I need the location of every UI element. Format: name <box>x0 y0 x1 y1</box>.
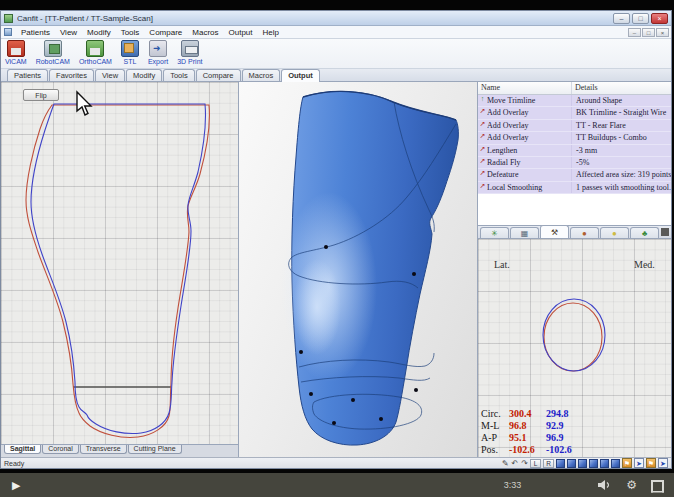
tab-tools[interactable]: Tools <box>163 69 195 81</box>
pencil-icon[interactable]: ✎ <box>502 459 509 468</box>
tab-sagittal[interactable]: Sagittal <box>4 445 41 454</box>
cross-section-canvas[interactable]: Lat. Med. Circ. 300.4 294.8 M-L <box>478 239 671 457</box>
mdi-restore-button[interactable]: □ <box>642 28 655 37</box>
export-button[interactable]: Export <box>148 40 168 65</box>
column-details[interactable]: Details <box>572 82 671 94</box>
tab-box-icon[interactable]: ▦ <box>510 227 539 238</box>
fullscreen-icon[interactable] <box>651 480 662 491</box>
tab-favorites[interactable]: Favorites <box>49 69 94 81</box>
view-cube-bottom-icon[interactable] <box>611 459 620 468</box>
menu-view[interactable]: View <box>55 27 82 38</box>
op-details: BK Trimline - Straight Wire <box>572 107 671 118</box>
measure-red-value: 96.8 <box>509 420 546 432</box>
stl-icon <box>121 40 139 57</box>
canfit-window: Canfit - [TT-Patient / TT-Sample-Scan] –… <box>0 10 672 469</box>
video-timestamp: 3:33 <box>504 480 522 490</box>
menu-help[interactable]: Help <box>258 27 284 38</box>
tabstrip-more-button[interactable] <box>661 228 669 236</box>
op-icon: ↗ <box>478 107 487 118</box>
close-button[interactable]: × <box>651 13 668 24</box>
op-row-radial-fly[interactable]: ↗ Radial Fly -5% <box>478 157 671 169</box>
measure-label: M-L <box>481 420 509 432</box>
tab-patients[interactable]: Patients <box>7 69 48 81</box>
op-row-add-overlay-2[interactable]: ↗ Add Overlay TT - Rear Flare <box>478 120 671 132</box>
tab-transverse[interactable]: Transverse <box>80 445 127 454</box>
tab-foam-icon[interactable]: ● <box>600 227 629 238</box>
measure-red-value: 300.4 <box>509 408 546 420</box>
tab-cutting-plane[interactable]: Cutting Plane <box>128 445 182 454</box>
minimize-button[interactable]: – <box>613 13 630 24</box>
menu-macros[interactable]: Macros <box>187 27 223 38</box>
settings-icon[interactable]: ⚙ <box>626 478 637 492</box>
sagittal-pane: Flip Sagittal Coronal Transverse Cutting… <box>1 82 239 457</box>
column-name[interactable]: Name <box>478 82 572 94</box>
measure-label: A-P <box>481 432 509 444</box>
tab-plant-icon[interactable]: ♣ <box>630 227 659 238</box>
view-cube-left-icon[interactable] <box>578 459 587 468</box>
flag-tool-icon[interactable]: ⚑ <box>622 458 632 468</box>
tab-modify[interactable]: Modify <box>126 69 162 81</box>
tab-output[interactable]: Output <box>281 69 320 82</box>
measure-label: Circ. <box>481 408 509 420</box>
socket-model <box>239 82 478 452</box>
right-side-button[interactable]: R <box>543 459 554 468</box>
measure-red-value: -102.6 <box>509 444 546 456</box>
orthocam-label: OrthoCAM <box>79 58 112 65</box>
tab-compare[interactable]: Compare <box>196 69 241 81</box>
flag-tool-2-icon[interactable]: ⚑ <box>646 458 656 468</box>
undo-icon[interactable]: ↶ <box>512 459 519 468</box>
tab-hammer-icon[interactable]: ⚒ <box>540 225 569 238</box>
left-side-button[interactable]: L <box>530 459 541 468</box>
tab-macros[interactable]: Macros <box>242 69 281 81</box>
sagittal-canvas[interactable]: Flip <box>1 82 238 444</box>
volume-icon[interactable] <box>597 479 612 491</box>
mdi-minimize-button[interactable]: – <box>628 28 641 37</box>
export-label: Export <box>148 58 168 65</box>
play-button[interactable]: ▶ <box>12 479 20 492</box>
vicam-button[interactable]: ViCAM <box>5 40 27 65</box>
view-cube-front-icon[interactable] <box>556 459 565 468</box>
robotcam-button[interactable]: RobotCAM <box>36 40 70 65</box>
op-row-move-trimline[interactable]: ↑ Move Trimline Around Shape <box>478 95 671 107</box>
op-icon: ↗ <box>478 182 487 193</box>
op-name: Add Overlay <box>487 132 572 143</box>
redo-icon[interactable]: ↷ <box>521 459 528 468</box>
op-name: Lengthen <box>487 145 572 156</box>
op-icon: ↗ <box>478 169 487 180</box>
print3d-button[interactable]: 3D Print <box>177 40 202 65</box>
menu-output[interactable]: Output <box>224 27 258 38</box>
pointer-tool-2-icon[interactable]: ➤ <box>658 458 668 468</box>
op-row-lengthen[interactable]: ↗ Lengthen -3 mm <box>478 145 671 157</box>
toolbar: ViCAM RobotCAM OrthoCAM STL Export 3D Pr… <box>1 39 671 69</box>
maximize-button[interactable]: □ <box>632 13 649 24</box>
tab-clay-icon[interactable]: ● <box>570 227 599 238</box>
menu-patients[interactable]: Patients <box>16 27 55 38</box>
flip-button[interactable]: Flip <box>23 89 59 101</box>
view-cube-back-icon[interactable] <box>567 459 576 468</box>
op-icon: ↗ <box>478 132 487 143</box>
tab-view[interactable]: View <box>95 69 125 81</box>
view-cube-top-icon[interactable] <box>600 459 609 468</box>
robotcam-icon <box>44 40 62 57</box>
model-3d-canvas[interactable] <box>239 82 478 457</box>
menu-compare[interactable]: Compare <box>144 27 187 38</box>
orthocam-floppy-icon <box>86 40 104 57</box>
op-row-local-smoothing[interactable]: ↗ Local Smoothing 1 passes with smoothin… <box>478 182 671 194</box>
mdi-close-button[interactable]: × <box>656 28 669 37</box>
menu-modify[interactable]: Modify <box>82 27 116 38</box>
view-cube-right-icon[interactable] <box>589 459 598 468</box>
op-row-add-overlay-1[interactable]: ↗ Add Overlay BK Trimline - Straight Wir… <box>478 107 671 119</box>
tab-flower-icon[interactable]: ✳ <box>480 227 509 238</box>
pointer-tool-icon[interactable]: ➤ <box>634 458 644 468</box>
op-row-add-overlay-3[interactable]: ↗ Add Overlay TT Buildups - Combo <box>478 132 671 144</box>
op-details: Affected area size: 319 points <box>572 169 671 180</box>
tab-coronal[interactable]: Coronal <box>42 445 79 454</box>
measure-blue-value: -102.6 <box>546 444 583 456</box>
measurement-row-circ: Circ. 300.4 294.8 <box>481 408 583 420</box>
measurement-row-ap: A-P 95.1 96.9 <box>481 432 583 444</box>
operations-header: Name Details <box>478 82 671 95</box>
op-row-defeature[interactable]: ↗ Defeature Affected area size: 319 poin… <box>478 169 671 181</box>
menu-tools[interactable]: Tools <box>116 27 145 38</box>
orthocam-button[interactable]: OrthoCAM <box>79 40 112 65</box>
stl-button[interactable]: STL <box>121 40 139 65</box>
